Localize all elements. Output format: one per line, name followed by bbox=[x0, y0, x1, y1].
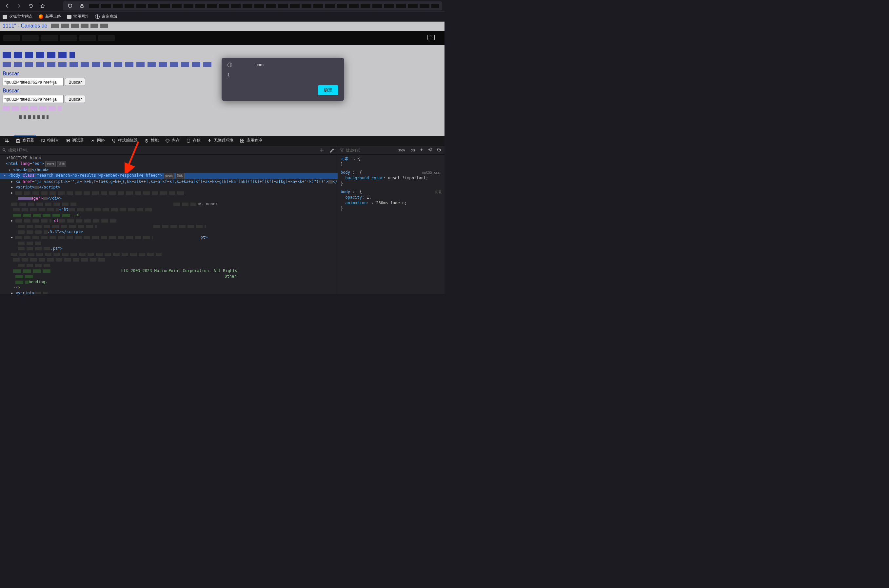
styles-filter-bar: :hov .cls bbox=[338, 146, 445, 155]
tab-label: 性能 bbox=[151, 138, 159, 143]
tab-label: 样式编辑器 bbox=[118, 138, 138, 143]
redacted-heading bbox=[3, 52, 75, 58]
bookmark-label: 新手上路 bbox=[45, 14, 61, 20]
back-button[interactable] bbox=[3, 1, 12, 10]
search-input-2[interactable] bbox=[3, 95, 64, 103]
tab-debugger[interactable]: 调试器 bbox=[62, 136, 87, 145]
svg-rect-8 bbox=[166, 139, 169, 142]
folder-icon bbox=[67, 15, 72, 19]
home-button[interactable] bbox=[38, 1, 47, 10]
dom-line[interactable]: ▸ pt> bbox=[0, 235, 337, 240]
firefox-icon bbox=[39, 14, 43, 19]
search-button-2[interactable]: Buscar bbox=[65, 95, 85, 103]
redacted-text bbox=[19, 116, 48, 119]
dom-line[interactable]: Other bbox=[0, 274, 337, 279]
devtools-panel: 查看器 控制台 调试器 网络 样式编辑器 性能 内存 存储 无障碍环境 应用程序… bbox=[0, 136, 445, 294]
dom-line[interactable] bbox=[0, 262, 337, 268]
dom-line[interactable]: ht© 2003-2023 MotionPoint Corporation. A… bbox=[0, 268, 337, 274]
dom-line[interactable]: --> bbox=[0, 285, 337, 290]
redacted-text bbox=[3, 35, 115, 41]
page-header-banner bbox=[0, 31, 445, 45]
dom-line[interactable]: ▸ <script> bbox=[0, 290, 337, 294]
page-top-link-row: 1111" - Canales de bbox=[0, 22, 445, 30]
bookmark-bar: 火狐官方站点 新手上路 常用网址 京东商城 bbox=[0, 12, 445, 22]
svg-rect-11 bbox=[241, 139, 242, 140]
dom-tree[interactable]: <!DOCTYPE html> <html lang="es">event滚动 … bbox=[0, 155, 337, 294]
tab-storage[interactable]: 存储 bbox=[183, 136, 204, 145]
hov-toggle[interactable]: :hov bbox=[397, 147, 406, 153]
element-picker-button[interactable] bbox=[1, 136, 12, 145]
dom-line[interactable]: ▸ <a href="ja vascript:k='',a=!k+k,f=!a+… bbox=[0, 179, 337, 184]
styles-filter-input[interactable] bbox=[346, 148, 395, 152]
tab-label: 查看器 bbox=[22, 138, 34, 143]
add-rule-button[interactable] bbox=[418, 147, 425, 153]
dom-line[interactable] bbox=[0, 224, 337, 229]
tab-memory[interactable]: 内存 bbox=[162, 136, 183, 145]
dom-line[interactable] bbox=[0, 240, 337, 246]
dom-line[interactable]: --> bbox=[0, 212, 337, 218]
dom-line[interactable]: ▸ bbox=[0, 190, 337, 196]
devtools-body: <!DOCTYPE html> <html lang="es">event滚动 … bbox=[0, 146, 445, 294]
svg-rect-14 bbox=[243, 141, 244, 142]
url-bar[interactable] bbox=[63, 1, 442, 10]
dark-mode-toggle[interactable] bbox=[436, 147, 442, 153]
forward-button[interactable] bbox=[14, 1, 24, 10]
dom-line[interactable]: <html lang="es">event滚动 bbox=[0, 161, 337, 167]
dialog-footer: 确定 bbox=[222, 82, 344, 101]
dom-line[interactable]: .pt"> bbox=[0, 246, 337, 251]
shield-icon bbox=[66, 1, 75, 10]
tab-console[interactable]: 控制台 bbox=[37, 136, 62, 145]
js-alert-dialog: .com 1 确定 bbox=[222, 58, 344, 101]
bookmark-label: 火狐官方站点 bbox=[9, 14, 33, 20]
tab-label: 无障碍环境 bbox=[214, 138, 233, 143]
browser-nav-toolbar bbox=[0, 0, 445, 12]
bookmark-item[interactable]: 新手上路 bbox=[39, 14, 61, 20]
dom-line[interactable]: age"></div> bbox=[0, 196, 337, 201]
svg-point-9 bbox=[187, 139, 190, 140]
tab-accessibility[interactable]: 无障碍环境 bbox=[204, 136, 237, 145]
eyedropper-button[interactable] bbox=[328, 147, 336, 153]
skip-link[interactable]: 1111" - Canales de bbox=[3, 23, 47, 29]
tab-inspector[interactable]: 查看器 bbox=[12, 136, 37, 145]
light-mode-toggle[interactable] bbox=[427, 147, 434, 153]
tab-application[interactable]: 应用程序 bbox=[237, 136, 265, 145]
dom-line[interactable]: uv. none: bbox=[0, 201, 337, 207]
tab-style-editor[interactable]: 样式编辑器 bbox=[108, 136, 141, 145]
mail-icon[interactable] bbox=[427, 35, 435, 40]
folder-icon bbox=[3, 15, 7, 19]
dom-toolbar bbox=[318, 147, 336, 153]
svg-rect-13 bbox=[241, 141, 242, 142]
search-input-1[interactable] bbox=[3, 78, 64, 86]
bookmark-item[interactable]: 常用网址 bbox=[67, 14, 89, 20]
dom-line[interactable]: ▸ <head></head> bbox=[0, 167, 337, 173]
bookmark-item[interactable]: 京东商城 bbox=[95, 14, 117, 20]
dom-line[interactable]: .5.3"></script> bbox=[0, 229, 337, 235]
tab-label: 应用程序 bbox=[246, 138, 262, 143]
dom-line[interactable]: ▸ cl bbox=[0, 218, 337, 224]
dom-line[interactable]: bending. bbox=[0, 279, 337, 285]
url-text-redacted bbox=[89, 4, 439, 8]
dialog-header: .com bbox=[222, 58, 344, 72]
dom-line[interactable]: <!DOCTYPE html> bbox=[0, 155, 337, 161]
globe-icon bbox=[228, 63, 232, 67]
dom-search-input[interactable] bbox=[8, 148, 316, 152]
cls-toggle[interactable]: .cls bbox=[408, 147, 417, 153]
dom-line[interactable]: ="ht bbox=[0, 207, 337, 212]
search-button-1[interactable]: Buscar bbox=[65, 78, 85, 86]
dom-line[interactable]: ▸ <script></script> bbox=[0, 184, 337, 190]
dom-line[interactable] bbox=[0, 257, 337, 262]
dialog-ok-button[interactable]: 确定 bbox=[318, 85, 338, 95]
tab-network[interactable]: 网络 bbox=[87, 136, 108, 145]
add-element-button[interactable] bbox=[318, 147, 326, 153]
search-icon bbox=[2, 148, 6, 152]
svg-rect-12 bbox=[243, 139, 244, 140]
svg-rect-4 bbox=[17, 139, 19, 142]
dom-line-selected[interactable]: ▾ <body class="search search-no-results … bbox=[0, 173, 337, 179]
bookmark-item[interactable]: 火狐官方站点 bbox=[3, 14, 33, 20]
bookmark-label: 常用网址 bbox=[73, 14, 89, 20]
lock-icon bbox=[77, 1, 87, 10]
tab-performance[interactable]: 性能 bbox=[141, 136, 162, 145]
reload-button[interactable] bbox=[26, 1, 35, 10]
dom-line[interactable] bbox=[0, 251, 337, 257]
styles-rules[interactable]: 元素 :: { } body :: {mpCSS.css: background… bbox=[338, 155, 445, 294]
